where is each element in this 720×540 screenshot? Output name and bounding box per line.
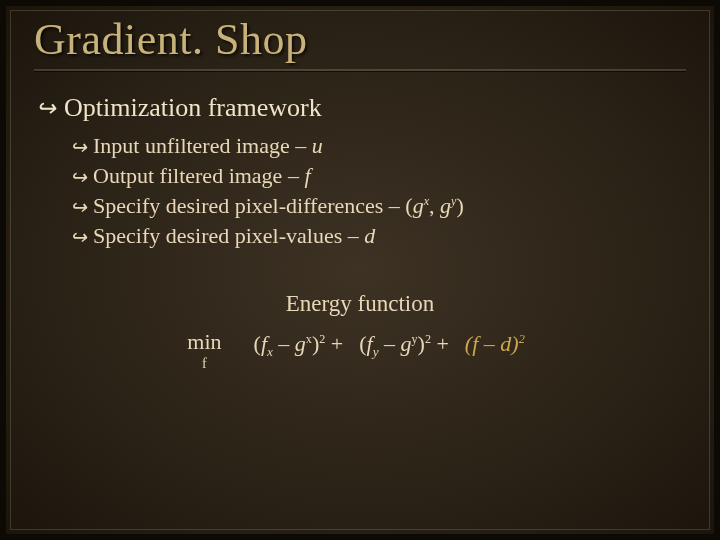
bullet-text: Specify desired pixel-differences – (gx,… [93, 193, 464, 219]
paren-close: ) [511, 331, 518, 356]
plus: + [431, 331, 449, 356]
var-d: d [500, 331, 511, 356]
list-item: ↪ Input unfiltered image – u [70, 133, 686, 159]
paren-open: ( [359, 331, 366, 356]
var-g: g [401, 331, 412, 356]
paren-open: ( [254, 331, 261, 356]
separator: , [429, 193, 440, 218]
bullet-prefix: Specify desired pixel-values – [93, 223, 364, 248]
bullet-text: Specify desired pixel-values – d [93, 223, 375, 249]
minus: – [379, 331, 401, 356]
bullet-text: Input unfiltered image – u [93, 133, 323, 159]
title-underline [34, 69, 686, 71]
curl-arrow-icon: ↪ [70, 166, 87, 189]
plus: + [325, 331, 343, 356]
min-label: min [187, 331, 221, 353]
minus: – [273, 331, 295, 356]
bullet-prefix: Input unfiltered image – [93, 133, 312, 158]
variable-u: u [312, 133, 323, 158]
variable-gy: gy [440, 193, 456, 218]
list-item: ↪ Specify desired pixel-differences – (g… [70, 193, 686, 219]
bullet-text: Output filtered image – f [93, 163, 311, 189]
bullet-prefix: Specify desired pixel-differences – ( [93, 193, 413, 218]
curl-arrow-icon: ↪ [70, 196, 87, 219]
min-operator: min f [187, 325, 221, 371]
list-item: ↪ Output filtered image – f [70, 163, 686, 189]
energy-equation-row: min f (fx – gx)2 + (fy – gy)2 + (f – d)2 [34, 325, 686, 371]
section-heading-row: ↪ Optimization framework [36, 93, 686, 123]
paren-close: ) [418, 331, 425, 356]
variable-d: d [364, 223, 375, 248]
slide: Gradient. Shop ↪ Optimization framework … [6, 6, 714, 534]
section-heading: Optimization framework [64, 93, 322, 123]
energy-function-block: Energy function min f (fx – gx)2 + (fy –… [34, 291, 686, 371]
sub-bullet-list: ↪ Input unfiltered image – u ↪ Output fi… [70, 133, 686, 249]
energy-term-2: (fy – gy)2 + [351, 325, 457, 359]
variable-gx: gx [413, 193, 429, 218]
bullet-suffix: ) [456, 193, 463, 218]
min-subscript: f [202, 357, 207, 371]
curl-arrow-icon: ↪ [36, 94, 56, 124]
variable-f: f [304, 163, 310, 188]
curl-arrow-icon: ↪ [70, 226, 87, 249]
energy-term-3: (f – d)2 [457, 325, 533, 359]
var-g: g [295, 331, 306, 356]
curl-arrow-icon: ↪ [70, 136, 87, 159]
slide-title: Gradient. Shop [34, 14, 686, 65]
list-item: ↪ Specify desired pixel-values – d [70, 223, 686, 249]
energy-term-1: (fx – gx)2 + [246, 325, 352, 359]
bullet-prefix: Output filtered image – [93, 163, 304, 188]
exponent-2: 2 [519, 332, 525, 346]
minus: – [478, 331, 500, 356]
energy-caption: Energy function [34, 291, 686, 317]
